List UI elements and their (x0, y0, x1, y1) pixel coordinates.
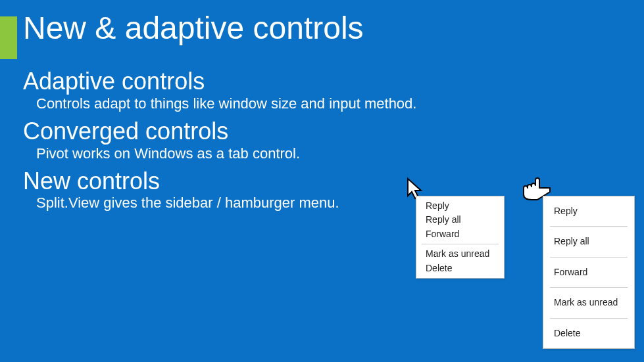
accent-bar (0, 16, 17, 59)
menu-item-reply[interactable]: Reply (543, 200, 634, 222)
menu-item-delete[interactable]: Delete (416, 261, 504, 275)
menu-separator (550, 287, 628, 288)
menu-item-forward[interactable]: Forward (416, 227, 504, 241)
menu-separator (550, 257, 628, 258)
section-adaptive: Adaptive controls Controls adapt to thin… (23, 69, 618, 112)
menu-item-forward[interactable]: Forward (543, 261, 634, 283)
example-menus: Reply Reply all Forward Mark as unread D… (401, 188, 641, 339)
menu-separator (550, 318, 628, 319)
section-heading: Converged controls (23, 119, 618, 144)
menu-separator (550, 226, 628, 227)
slide: { "title": "New & adaptive controls", "s… (0, 0, 644, 362)
menu-item-reply-all[interactable]: Reply all (543, 231, 634, 252)
section-body: Pivot works on Windows as a tab control. (36, 145, 618, 162)
context-menu-mouse: Reply Reply all Forward Mark as unread D… (416, 196, 505, 279)
section-heading: Adaptive controls (23, 69, 618, 94)
menu-separator (422, 244, 499, 244)
menu-item-mark-unread[interactable]: Mark as unread (543, 292, 634, 313)
menu-item-mark-unread[interactable]: Mark as unread (416, 247, 504, 261)
section-body: Controls adapt to things like window siz… (36, 95, 618, 112)
context-menu-touch: Reply Reply all Forward Mark as unread D… (543, 196, 635, 349)
menu-item-reply-all[interactable]: Reply all (416, 213, 504, 227)
section-converged: Converged controls Pivot works on Window… (23, 119, 618, 162)
slide-title: New & adaptive controls (23, 10, 364, 46)
menu-item-delete[interactable]: Delete (543, 323, 634, 344)
menu-item-reply[interactable]: Reply (416, 199, 504, 213)
